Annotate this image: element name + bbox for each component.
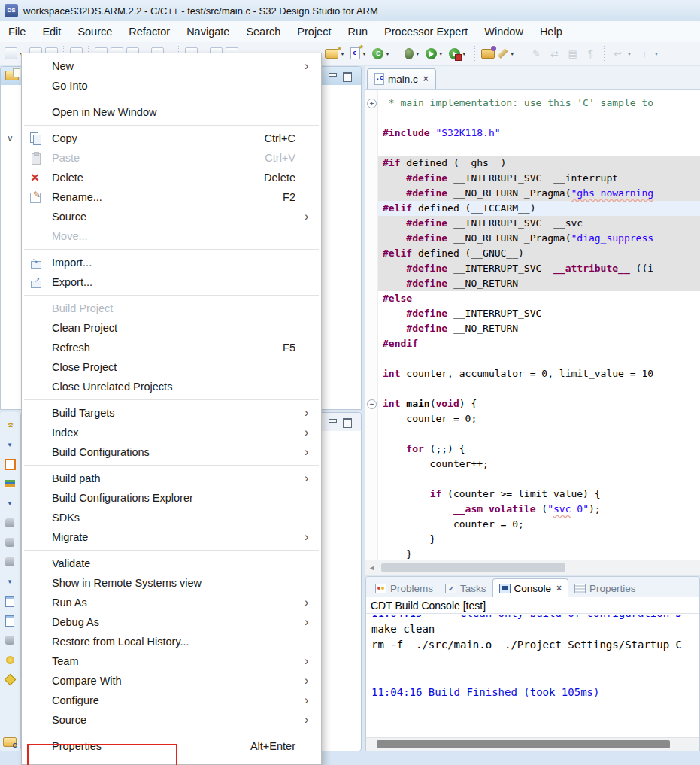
view-menu-icon[interactable]: ▼ [2, 572, 18, 591]
build-icon[interactable]: ▼ [371, 47, 393, 60]
menu-shortcut: Delete [264, 172, 305, 184]
context-menu-item-team[interactable]: Team› [22, 651, 321, 671]
submenu-arrow-icon: › [305, 445, 321, 459]
context-menu-item-index[interactable]: Index› [22, 423, 321, 442]
copy-icon [29, 132, 43, 144]
menu-file[interactable]: File [0, 26, 34, 38]
expand-fold-icon[interactable]: + [367, 99, 377, 108]
restore-views-icon[interactable]: » [2, 415, 18, 435]
maximize-panel-icon[interactable] [343, 418, 352, 427]
menu-project[interactable]: Project [289, 26, 339, 38]
context-menu-item-paste[interactable]: PasteCtrl+V [22, 148, 321, 168]
context-menu-item-validate[interactable]: Validate [22, 554, 321, 573]
minimized-view-icon[interactable] [2, 650, 18, 669]
context-menu-item-show-in-remote-systems-view[interactable]: Show in Remote Systems view [22, 573, 321, 593]
tab-console[interactable]: Console× [492, 578, 569, 597]
context-menu-item-go-into[interactable]: Go Into [22, 76, 321, 96]
code-line: #define __NO_RETURN _Pragma("diag_suppre… [378, 231, 700, 246]
context-menu-item-build-configurations[interactable]: Build Configurations› [22, 442, 321, 462]
context-menu-item-move[interactable]: Move... [22, 226, 321, 246]
console-output[interactable]: 11:04:15 **** Clean-only build of config… [366, 615, 699, 738]
submenu-arrow-icon: › [305, 596, 321, 609]
console-hscrollbar[interactable] [366, 737, 699, 751]
menu-processor-expert[interactable]: Processor Expert [376, 26, 476, 38]
context-menu-item-run-as[interactable]: Run As› [22, 593, 321, 612]
context-menu-item-source[interactable]: Source› [22, 207, 321, 226]
submenu-arrow-icon: › [305, 654, 321, 668]
tab-tasks[interactable]: Tasks [439, 579, 492, 597]
context-menu-item-source[interactable]: Source› [22, 710, 321, 730]
menu-source[interactable]: Source [69, 26, 120, 38]
menu-search[interactable]: Search [238, 26, 289, 38]
context-menu-item-refresh[interactable]: RefreshF5 [22, 338, 321, 357]
scrollbar-thumb[interactable] [377, 740, 670, 748]
outline-view-icon[interactable] [2, 454, 18, 474]
minimize-panel-icon[interactable] [328, 418, 337, 427]
menu-edit[interactable]: Edit [34, 26, 69, 38]
menu-window[interactable]: Window [476, 26, 532, 38]
editor-hscrollbar[interactable]: ◄ [365, 560, 700, 575]
menu-item-label: Validate [52, 557, 295, 569]
minimized-view-icon[interactable] [2, 552, 18, 572]
code-line: #if defined (__ghs__) [378, 156, 700, 171]
submenu-arrow-icon: › [305, 210, 321, 223]
menu-item-label: Migrate [52, 531, 295, 543]
context-menu-item-delete[interactable]: DeleteDelete [22, 168, 321, 187]
context-menu-item-import[interactable]: Import... [22, 253, 321, 272]
code-line [378, 351, 700, 366]
context-menu-item-copy[interactable]: CopyCtrl+C [22, 129, 321, 148]
context-menu-item-migrate[interactable]: Migrate› [22, 527, 321, 547]
minimized-view-icon[interactable] [2, 533, 18, 552]
minimized-view-icon[interactable] [2, 630, 18, 650]
context-menu-item-close-project[interactable]: Close Project [22, 357, 321, 377]
context-menu-item-build-project[interactable]: Build Project [22, 299, 321, 318]
close-tab-icon[interactable]: × [423, 74, 429, 84]
minimized-view-icon[interactable] [2, 513, 18, 533]
menu-help[interactable]: Help [532, 26, 571, 38]
minimize-panel-icon[interactable] [328, 72, 337, 80]
maximize-panel-icon[interactable] [343, 72, 352, 80]
context-menu-item-restore-from-local-history[interactable]: Restore from Local History... [22, 632, 321, 651]
menu-run[interactable]: Run [339, 26, 376, 38]
context-menu-item-export[interactable]: Export... [22, 272, 321, 292]
context-menu-item-build-targets[interactable]: Build Targets› [22, 403, 321, 423]
context-menu-item-clean-project[interactable]: Clean Project [22, 318, 321, 338]
toolbar-right-group: ▼▼▼▼▼▼▼✎⇄▤¶↩▼↑▼ [323, 46, 662, 61]
open-resource-icon[interactable] [480, 48, 495, 59]
view-menu-icon[interactable]: ▼ [2, 493, 18, 513]
debug-icon[interactable]: ▼ [404, 47, 423, 60]
context-menu-item-build-configurations-explorer[interactable]: Build Configurations Explorer [22, 488, 321, 508]
tab-properties[interactable]: Properties [568, 579, 642, 597]
c-perspective-folder-icon[interactable] [2, 732, 18, 751]
new-wizard-icon[interactable]: ▼ [324, 48, 348, 59]
context-menu-item-new[interactable]: New› [22, 56, 321, 76]
minimized-view-icon[interactable] [2, 611, 18, 630]
scroll-left-icon[interactable]: ◄ [365, 564, 378, 572]
run-icon[interactable]: ▼ [425, 47, 447, 60]
new-c-file-icon[interactable]: ▼ [350, 47, 370, 60]
collapse-fold-icon[interactable]: − [367, 399, 377, 409]
menu-refactor[interactable]: Refactor [120, 26, 178, 38]
context-menu-item-open-in-new-window[interactable]: Open in New Window [22, 102, 321, 122]
chevron-down-icon[interactable]: ∨ [7, 133, 14, 144]
tab-main-c[interactable]: main.c × [367, 68, 436, 89]
marker-pen-icon[interactable]: ▼ [497, 47, 518, 59]
code-editor[interactable]: +− * main implementation: use this 'C' s… [365, 90, 700, 560]
project-explorer-tab-icon[interactable] [5, 71, 19, 80]
context-menu-item-compare-with[interactable]: Compare With› [22, 671, 321, 691]
minimized-view-icon[interactable] [2, 669, 18, 689]
close-tab-icon[interactable]: × [556, 583, 562, 593]
tab-problems[interactable]: Problems [369, 579, 439, 597]
menu-navigate[interactable]: Navigate [178, 26, 238, 38]
view-menu-icon[interactable]: ▼ [2, 435, 18, 454]
context-menu-item-close-unrelated-projects[interactable]: Close Unrelated Projects [22, 377, 321, 396]
components-view-icon[interactable] [2, 474, 18, 493]
context-menu-item-configure[interactable]: Configure› [22, 691, 321, 710]
context-menu-item-debug-as[interactable]: Debug As› [22, 612, 321, 632]
context-menu-item-build-path[interactable]: Build path› [22, 469, 321, 488]
context-menu-item-sdks[interactable]: SDKs [22, 508, 321, 527]
scrollbar-thumb[interactable] [381, 563, 565, 572]
context-menu-item-rename[interactable]: Rename...F2 [22, 187, 321, 207]
external-tools-icon[interactable]: ▼ [448, 47, 470, 60]
minimized-view-icon[interactable] [2, 591, 18, 611]
